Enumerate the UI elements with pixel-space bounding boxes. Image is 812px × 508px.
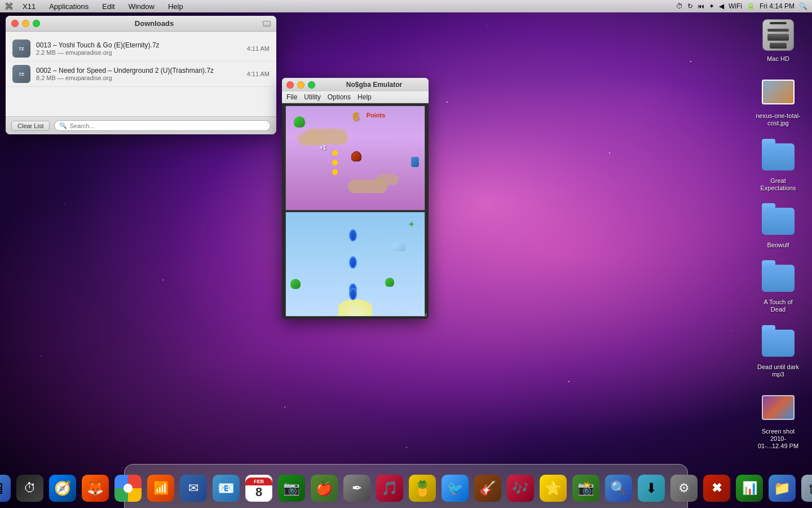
window-minimize-button[interactable]	[22, 20, 29, 27]
emulator-title: No$gba Emulator	[324, 81, 424, 89]
menu-right: ⏱ ↻ ⏮ ✦ ◀ WiFi 🔋 Fri 4:14 PM 🔍	[676, 2, 807, 10]
menu-help[interactable]: Help	[166, 2, 186, 11]
game-sun	[338, 299, 372, 316]
window-close-button[interactable]	[11, 20, 19, 27]
screenshot-label: Screen shot 2010-01-...12.49 PM	[756, 428, 801, 450]
dock-icon-scripts[interactable]: ✒	[342, 473, 372, 503]
menubar-history-icon: ⏮	[698, 2, 704, 10]
game-points-label: Points	[367, 112, 386, 119]
menu-applications[interactable]: Applications	[47, 2, 91, 11]
game-score: 6	[352, 110, 359, 124]
deaduntildark-icon	[760, 325, 796, 361]
emulator-menu-file[interactable]: File	[286, 93, 297, 101]
dock-icon-finder[interactable]: 🖥	[0, 473, 12, 503]
menu-window[interactable]: Window	[126, 2, 157, 11]
download-icon-2: 7Z	[12, 65, 30, 83]
nexus-label: nexus-one-total-cost.jpg	[756, 112, 801, 127]
download-item-1[interactable]: 7Z 0013 – Yoshi Touch & Go (E)(Eternity)…	[6, 36, 276, 62]
emulator-screen-top: 6 Points +1	[285, 106, 425, 211]
dock-icon-facetime[interactable]: 📷	[276, 473, 307, 503]
svg-line-0	[423, 313, 427, 317]
dock-icon-sysprefs[interactable]: ⚙	[669, 473, 699, 503]
menu-items: X11 Applications Edit Window Help	[20, 2, 676, 11]
desktop-icon-nexus[interactable]: nexus-one-total-cost.jpg	[756, 74, 801, 127]
emulator-menu-help[interactable]: Help	[358, 93, 372, 101]
downloads-window: Downloads 7Z 0013 – Yoshi Touch & Go (E)…	[6, 16, 276, 134]
dock-icon-firefox[interactable]: 🦊	[80, 473, 111, 503]
dock-icon-stars[interactable]: ⭐	[538, 473, 568, 503]
greatexp-icon	[760, 139, 796, 175]
game-character-yoshi	[294, 116, 305, 128]
dock-icon-x11[interactable]: ✖	[701, 473, 732, 503]
desktop-icon-deaduntildark[interactable]: Dead until dark mp3	[756, 325, 801, 378]
game-character-bottom	[290, 279, 301, 289]
download-name-2: 0002 – Need for Speed – Underground 2 (U…	[36, 67, 241, 75]
dock-icon-finder3[interactable]: 📁	[767, 473, 797, 503]
emulator-titlebar: No$gba Emulator	[282, 78, 429, 91]
download-time-2: 4:11 AM	[247, 71, 270, 77]
emulator-menubar: File Utility Options Help	[282, 91, 429, 103]
dock-icon-iphoto2[interactable]: 📸	[571, 473, 601, 503]
game-coin-2	[332, 160, 338, 165]
dock: 🖥 ⏱ 🧭 🦊 📶 ✉ 📧	[0, 463, 812, 508]
dock-icon-trash[interactable]: 🗑	[800, 473, 812, 503]
dock-icon-mail-stamps[interactable]: ✉	[178, 473, 209, 503]
emulator-screen-bottom: ✦	[285, 212, 425, 317]
menubar-battery-icon: 🔋	[747, 2, 755, 10]
emulator-window-buttons	[286, 81, 315, 89]
screenshot-icon	[760, 389, 796, 426]
game-enemy	[351, 151, 361, 161]
emulator-menu-utility[interactable]: Utility	[304, 93, 320, 101]
dock-icon-calendar[interactable]: FEB 8	[244, 473, 274, 503]
menu-x11[interactable]: X11	[20, 2, 38, 11]
dock-icon-itunes2[interactable]: 🎶	[505, 473, 536, 503]
downloads-footer: Clear List 🔍	[6, 116, 276, 134]
dock-icon-activitymonitor[interactable]: 📊	[734, 473, 765, 503]
dock-icon-mail[interactable]: 📧	[211, 473, 241, 503]
dock-icon-pineapple[interactable]: 🍍	[407, 473, 438, 503]
game-character-right	[411, 157, 419, 167]
game-coin-1	[332, 150, 338, 156]
desktop-icon-machd[interactable]: Mac HD	[756, 17, 801, 63]
window-collapse-button[interactable]	[263, 21, 271, 27]
desktop-icon-beowulf[interactable]: Beowulf	[756, 203, 801, 249]
desktop-icon-atouchofdead[interactable]: A Touch of Dead	[756, 260, 801, 313]
desktop-icon-greatexp[interactable]: Great Expectations	[756, 139, 801, 192]
downloads-search-box: 🔍	[54, 120, 271, 131]
dock-icon-garageband[interactable]: 🎸	[473, 473, 503, 503]
window-buttons	[11, 20, 40, 27]
clear-list-button[interactable]: Clear List	[11, 121, 50, 131]
download-meta-1: 2.2 MB — emuparadise.org	[36, 49, 241, 56]
menu-edit[interactable]: Edit	[100, 2, 117, 11]
download-time-1: 4:11 AM	[247, 45, 270, 52]
game-blue-coin-4	[349, 288, 357, 300]
apple-menu[interactable]: ⌘	[5, 1, 14, 12]
resize-handle[interactable]	[421, 311, 427, 318]
dock-icon-chrome[interactable]	[113, 473, 143, 503]
deaduntildark-label: Dead until dark mp3	[756, 364, 801, 378]
emulator-maximize-button[interactable]	[308, 81, 315, 89]
window-maximize-button[interactable]	[33, 20, 40, 27]
desktop-icon-screenshot[interactable]: Screen shot 2010-01-...12.49 PM	[756, 389, 801, 450]
emulator-minimize-button[interactable]	[297, 81, 304, 89]
menubar-search-icon[interactable]: 🔍	[799, 2, 807, 10]
dock-icon-twitterific[interactable]: 🐦	[440, 473, 470, 503]
downloads-search-input[interactable]	[69, 122, 266, 129]
menubar: ⌘ X11 Applications Edit Window Help ⏱ ↻ …	[0, 0, 812, 12]
dock-icon-clock[interactable]: ⏱	[15, 473, 45, 503]
dock-icon-finder2[interactable]: 🔍	[603, 473, 634, 503]
dock-icon-rss[interactable]: 📶	[145, 473, 176, 503]
dock-icon-iphoto[interactable]: 🍎	[309, 473, 339, 503]
menubar-time: Fri 4:14 PM	[760, 2, 795, 10]
atouchofdead-label: A Touch of Dead	[756, 299, 801, 313]
dock-icon-safari[interactable]: 🧭	[47, 473, 78, 503]
download-item-2[interactable]: 7Z 0002 – Need for Speed – Underground 2…	[6, 62, 276, 87]
dock-icon-itunes[interactable]: 🎵	[374, 473, 405, 503]
dock-icon-downloads[interactable]: ⬇	[636, 473, 667, 503]
nexus-icon	[760, 74, 796, 110]
emulator-close-button[interactable]	[286, 81, 294, 89]
dock-icons: 🖥 ⏱ 🧭 🦊 📶 ✉ 📧	[0, 473, 812, 506]
greatexp-label: Great Expectations	[756, 177, 801, 192]
search-icon: 🔍	[59, 122, 67, 129]
emulator-menu-options[interactable]: Options	[328, 93, 351, 101]
